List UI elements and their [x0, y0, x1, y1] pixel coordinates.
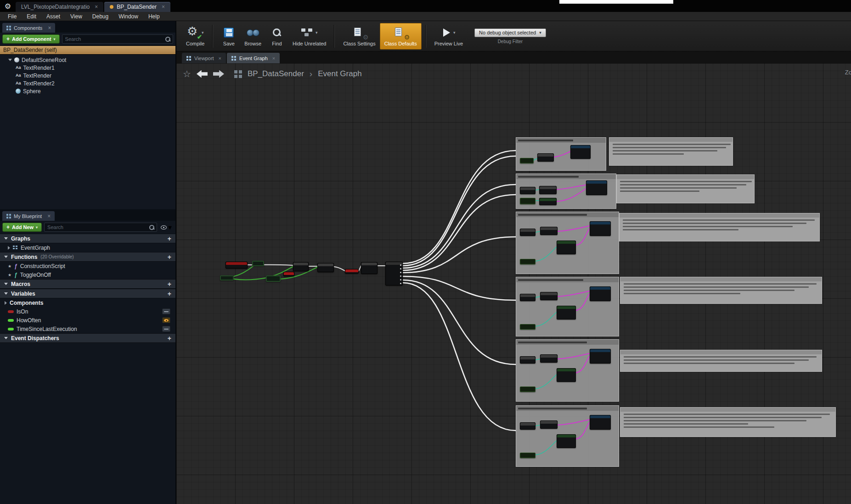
- blueprint-node[interactable]: [283, 272, 294, 276]
- close-icon[interactable]: ×: [219, 56, 221, 61]
- menu-edit[interactable]: Edit: [22, 12, 41, 21]
- chevron-down-icon[interactable]: ▾: [453, 30, 456, 35]
- exec-pin[interactable]: [400, 283, 401, 284]
- add-event-dispatchers-button[interactable]: +: [168, 335, 171, 342]
- node-group[interactable]: [516, 339, 619, 402]
- tree-item-textrender2[interactable]: AaTextRender2: [0, 79, 175, 87]
- debug-object-dropdown[interactable]: No debug object selected▾: [474, 28, 546, 37]
- blueprint-node[interactable]: [557, 306, 576, 319]
- blueprint-node[interactable]: [293, 262, 309, 271]
- node-group[interactable]: [516, 212, 619, 274]
- blueprint-node[interactable]: [385, 262, 403, 286]
- blueprint-node[interactable]: [345, 269, 359, 274]
- class-defaults-button[interactable]: ⚙Class Defaults: [380, 23, 422, 50]
- hide-unrelated-button[interactable]: ▾Hide Unrelated: [288, 23, 330, 50]
- menu-asset[interactable]: Asset: [41, 12, 65, 21]
- components-selected-row[interactable]: BP_DataSender (self): [0, 45, 175, 55]
- node-group[interactable]: [516, 277, 619, 336]
- section-macros[interactable]: Macros+: [0, 279, 175, 289]
- blueprint-node[interactable]: [317, 263, 334, 272]
- node-group[interactable]: [516, 405, 619, 467]
- variable-item-howoften[interactable]: HowOften: [0, 316, 175, 325]
- breadcrumb-graph[interactable]: Event Graph: [318, 69, 361, 78]
- favorite-star-icon[interactable]: ☆: [183, 68, 191, 79]
- chevron-down-icon[interactable]: ▾: [316, 30, 318, 35]
- blueprint-node[interactable]: [557, 368, 576, 382]
- close-icon[interactable]: ×: [48, 25, 51, 31]
- variable-item-timesincelastexecution[interactable]: TimeSinceLastExecution: [0, 325, 175, 333]
- tree-item-textrender1[interactable]: AaTextRender1: [0, 64, 175, 72]
- blueprint-node[interactable]: [557, 434, 576, 448]
- add-component-button[interactable]: + Add Component ▾: [2, 34, 60, 44]
- collapse-triangle-icon[interactable]: [4, 256, 8, 258]
- node-group[interactable]: [516, 137, 606, 171]
- variables-subgroup-components[interactable]: Components: [0, 298, 175, 307]
- blueprint-node[interactable]: [225, 262, 248, 269]
- tab-viewport[interactable]: Viewport×: [182, 53, 226, 63]
- blueprint-node[interactable]: [557, 241, 576, 254]
- blueprint-node[interactable]: [266, 275, 281, 282]
- add-functions-button[interactable]: +: [168, 254, 171, 260]
- exec-pin[interactable]: [400, 275, 401, 277]
- variable-item-ison[interactable]: IsOn: [0, 307, 175, 316]
- compile-button[interactable]: ⚙✔▾Compile: [182, 23, 209, 50]
- add-variables-button[interactable]: +: [168, 291, 171, 297]
- close-icon[interactable]: ×: [162, 4, 165, 10]
- blueprint-node[interactable]: [520, 187, 535, 194]
- comment-box[interactable]: [620, 407, 836, 437]
- comment-box[interactable]: [620, 277, 822, 304]
- tab-components[interactable]: Components ×: [2, 23, 55, 33]
- exec-pin[interactable]: [400, 272, 401, 273]
- eye-closed-icon[interactable]: [162, 308, 170, 314]
- blueprint-node[interactable]: [540, 354, 558, 363]
- my-blueprint-search-input[interactable]: [45, 224, 148, 230]
- back-arrow-icon[interactable]: [197, 70, 208, 78]
- section-graphs[interactable]: Graphs+: [0, 234, 175, 243]
- menu-help[interactable]: Help: [143, 12, 165, 21]
- class-settings-button[interactable]: ⚙Class Settings: [339, 23, 379, 50]
- collapse-triangle-icon[interactable]: [4, 237, 8, 240]
- blueprint-node[interactable]: [220, 275, 234, 280]
- menu-file[interactable]: File: [3, 12, 22, 21]
- exec-pin[interactable]: [400, 268, 401, 269]
- blueprint-node[interactable]: [539, 198, 557, 205]
- menu-window[interactable]: Window: [113, 12, 143, 21]
- menu-view[interactable]: View: [65, 12, 87, 21]
- preview-live-button[interactable]: ▾Preview Live: [430, 23, 467, 50]
- close-icon[interactable]: ×: [95, 4, 98, 10]
- asset-tab-2[interactable]: BP_DataSender×: [104, 2, 170, 12]
- section-event-dispatchers[interactable]: Event Dispatchers+: [0, 333, 175, 343]
- blueprint-node[interactable]: [570, 145, 591, 159]
- blueprint-node[interactable]: [361, 262, 378, 274]
- blueprint-node[interactable]: [520, 356, 535, 364]
- blueprint-node[interactable]: [539, 186, 557, 194]
- function-item-constructionscript[interactable]: ★ƒConstructionScript: [0, 262, 175, 270]
- comment-box[interactable]: [609, 137, 733, 166]
- blueprint-node[interactable]: [590, 415, 611, 430]
- blueprint-node[interactable]: [537, 153, 554, 162]
- blueprint-node[interactable]: [520, 324, 535, 330]
- node-group[interactable]: [516, 174, 616, 209]
- function-item-toggleonoff[interactable]: ★ƒToggleOnOff: [0, 270, 175, 279]
- graph-canvas[interactable]: ☆ BP_DataSender › Event Graph Zo: [176, 63, 851, 504]
- collapse-triangle-icon[interactable]: [4, 292, 8, 295]
- find-button[interactable]: Find: [265, 23, 288, 50]
- expander-icon[interactable]: [8, 246, 10, 250]
- comment-box[interactable]: [619, 213, 820, 241]
- forward-arrow-icon[interactable]: [213, 70, 224, 78]
- eye-closed-icon[interactable]: [162, 326, 170, 332]
- add-new-button[interactable]: + Add New ▾: [2, 223, 42, 232]
- browse-button[interactable]: Browse: [240, 23, 265, 50]
- blueprint-node[interactable]: [540, 420, 558, 429]
- blueprint-node[interactable]: [520, 422, 535, 430]
- blueprint-node[interactable]: [540, 292, 558, 300]
- close-icon[interactable]: ×: [272, 56, 275, 61]
- menu-debug[interactable]: Debug: [87, 12, 113, 21]
- asset-tab-1[interactable]: LVL_PixotopeDataIntegratio×: [16, 2, 103, 12]
- blueprint-node[interactable]: [252, 261, 264, 266]
- breadcrumb-asset[interactable]: BP_DataSender: [248, 69, 304, 78]
- collapse-triangle-icon[interactable]: [4, 337, 8, 339]
- components-search-input[interactable]: [62, 36, 164, 42]
- exec-pin[interactable]: [400, 279, 401, 280]
- blueprint-node[interactable]: [520, 158, 534, 163]
